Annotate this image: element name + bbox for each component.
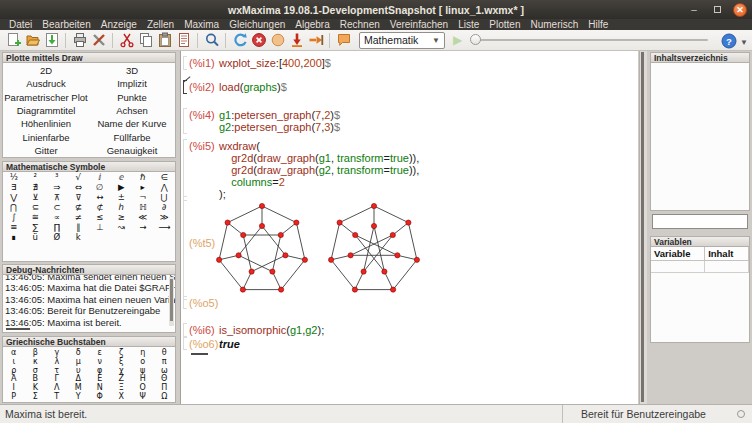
cell-style-select[interactable]: Mathematik ▼ [359,32,445,49]
cell-bracket[interactable] [183,337,187,350]
draw-button-ausdruck[interactable]: Ausdruck [3,77,89,90]
greek-letter-button[interactable]: Η [132,374,154,383]
symbol-button[interactable]: ↝ [111,222,133,232]
cell-code[interactable]: g1:petersen_graph(7,2)$g2:petersen_graph… [219,109,634,133]
symbol-button[interactable]: ¬ [132,192,154,202]
toc-panel-title[interactable]: Inhaltsverzeichnis [650,52,750,63]
menu-item-maxima[interactable]: Maxima [179,19,224,30]
greek-letter-button[interactable]: γ [46,348,68,357]
symbol-button[interactable]: ∏ [46,222,68,232]
symbol-button[interactable]: ≠ [68,212,90,222]
draw-button-f-llfarbe[interactable]: Füllfarbe [89,130,175,143]
cut-icon[interactable] [117,31,136,49]
help-icon[interactable]: ? [721,33,736,48]
worksheet-scrollbar[interactable] [639,51,647,404]
menu-item-numerisch[interactable]: Numerisch [525,19,583,30]
menu-item-datei[interactable]: Datei [4,19,37,30]
greek-letter-button[interactable]: Α [3,374,25,383]
symbol-button[interactable]: ∄ [25,182,47,192]
greek-letter-button[interactable]: Μ [68,383,90,392]
symbol-button[interactable]: ± [111,192,133,202]
greek-letter-button[interactable]: υ [68,366,90,375]
evaluate-rest-icon[interactable] [306,31,325,49]
symbol-button[interactable]: ² [25,172,47,182]
greek-letter-button[interactable]: Λ [46,383,68,392]
symbol-button[interactable]: ∥ [68,222,90,232]
greek-letter-button[interactable]: ψ [132,366,154,375]
interrupt-icon[interactable] [249,31,268,49]
menu-item-vereinfachen[interactable]: Vereinfachen [385,19,453,30]
symbol-button[interactable]: ▸ [132,182,154,192]
variables-table[interactable]: Variable Inhalt [651,247,749,273]
draw-button-diagrammtitel[interactable]: Diagrammtitel [3,104,89,117]
greek-letter-button[interactable]: ω [154,366,176,375]
greek-letter-button[interactable]: Χ [111,392,133,401]
symbol-button[interactable]: ▶ [111,182,133,192]
symbol-button[interactable]: ≥ [111,212,133,222]
question-bubble-icon[interactable] [334,31,353,49]
symbol-button[interactable]: ≤ [89,212,111,222]
symbol-button[interactable]: ≡ [3,222,25,232]
evaluate-to-point-icon[interactable] [287,31,306,49]
debug-hscrollbar[interactable] [6,328,30,330]
draw-button-name-der-kurve[interactable]: Name der Kurve [89,117,175,130]
debug-panel-title[interactable]: Debug-Nachrichten [2,264,176,275]
greek-letter-button[interactable]: Ψ [132,392,154,401]
draw-button-implizit[interactable]: Implizit [89,77,175,90]
greek-letter-button[interactable]: μ [68,357,90,366]
select-all-icon[interactable] [174,31,193,49]
menu-item-bearbeiten[interactable]: Bearbeiten [37,19,95,30]
symbol-button[interactable]: ⊆ [25,202,47,212]
greek-letter-button[interactable]: ε [89,348,111,357]
symbol-button[interactable]: ≪ [132,212,154,222]
menu-item-hilfe[interactable]: Hilfe [583,19,613,30]
symbol-button[interactable]: ℎ [111,202,133,212]
greek-letter-button[interactable]: Υ [68,392,90,401]
greek-letter-button[interactable]: ρ [3,366,25,375]
symbol-button[interactable]: ⟶ [154,222,176,232]
symbol-button[interactable]: ⊼ [46,192,68,202]
menu-item-gleichungen[interactable]: Gleichungen [224,19,290,30]
cell-code[interactable]: wxplot_size:[400,200]$ [219,57,634,69]
cell-bracket[interactable] [183,56,187,70]
greek-letter-button[interactable]: ξ [111,357,133,366]
greek-letter-button[interactable]: δ [68,348,90,357]
find-icon[interactable] [202,31,221,49]
menu-item-anzeige[interactable]: Anzeige [96,19,142,30]
symbol-button[interactable]: ⊻ [25,192,47,202]
symbol-button[interactable]: ⊄ [89,202,111,212]
symbol-button[interactable]: ⅇ [111,172,133,182]
greek-letter-button[interactable]: Ζ [111,374,133,383]
animation-play-icon[interactable]: ▶ [453,33,462,47]
draw-button-gitter[interactable]: Gitter [3,144,89,157]
symbol-button[interactable]: ⋀ [154,182,176,192]
symbol-button[interactable]: ⋂ [3,202,25,212]
worksheet-cell[interactable]: (%i4)g1:petersen_graph(7,2)$g2:petersen_… [181,109,634,133]
greek-letter-button[interactable]: Ο [132,383,154,392]
symbol-button[interactable]: ≅ [25,212,47,222]
cell-bracket[interactable] [183,139,187,201]
greek-letter-button[interactable]: α [3,348,25,357]
worksheet-cell[interactable]: (%t5) [181,197,634,303]
menu-item-zellen[interactable]: Zellen [142,19,179,30]
symbol-button[interactable]: √ [68,172,90,182]
draw-button-achsen[interactable]: Achsen [89,104,175,117]
greek-letter-button[interactable]: Φ [89,392,111,401]
symbol-button[interactable]: ü [25,232,47,242]
draw-button-h-henlinien[interactable]: Höhenlinien [3,117,89,130]
greek-letter-button[interactable]: σ [25,366,47,375]
symbol-button[interactable]: ∂ [154,202,176,212]
cell-bracket[interactable] [183,296,187,309]
draw-button-genauigkeit[interactable]: Genauigkeit [89,144,175,157]
configure-icon[interactable] [89,31,108,49]
follow-icon[interactable] [268,31,287,49]
greek-letter-button[interactable]: κ [25,357,47,366]
greek-letter-button[interactable]: Ν [89,383,111,392]
greek-letter-button[interactable]: φ [89,366,111,375]
greek-letter-button[interactable]: Ρ [3,392,25,401]
greek-letter-button[interactable]: χ [111,366,133,375]
greek-letter-button[interactable]: Β [25,374,47,383]
draw-button-2d[interactable]: 2D [3,64,89,77]
greek-letter-button[interactable]: λ [46,357,68,366]
maximize-icon[interactable] [710,3,724,17]
